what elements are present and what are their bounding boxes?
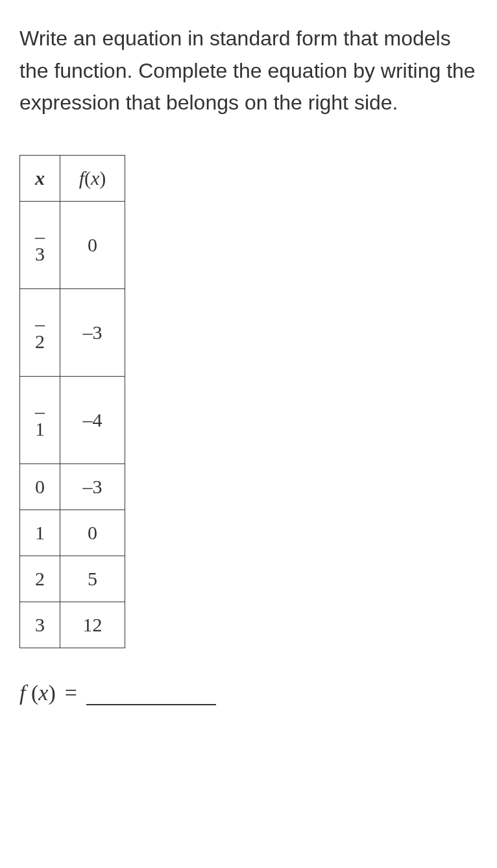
header-fx-open: ( [84,167,91,189]
table-row: – 3 0 [20,201,125,288]
cell-x: – 3 [20,201,60,288]
header-fx-close: ) [99,167,106,189]
cell-x: 3 [20,602,60,648]
equation-close-paren: ) [48,681,55,705]
table-row: 1 0 [20,510,125,556]
cell-x: 2 [20,556,60,602]
number: 1 [35,418,45,440]
cell-fx: –3 [60,288,125,376]
problem-prompt: Write an equation in standard form that … [19,23,478,119]
number: 2 [35,331,45,352]
cell-fx: –3 [60,463,125,510]
table-row: – 1 –4 [20,376,125,463]
equals-sign: = [65,681,77,705]
cell-x: – 1 [20,376,60,463]
number: 3 [35,243,45,264]
table-header-row: x f(x) [20,155,125,201]
answer-blank[interactable] [86,687,216,705]
cell-x: 0 [20,463,60,510]
table-row: 0 –3 [20,463,125,510]
table-row: 3 12 [20,602,125,648]
neg-stack: – 3 [34,226,45,264]
neg-stack: – 1 [34,401,45,440]
equation-x: x [38,681,48,705]
header-fx-f: f [79,167,84,189]
cell-fx: 12 [60,602,125,648]
neg-stack: – 2 [34,313,45,352]
table-row: 2 5 [20,556,125,602]
equation-row: f (x) = [19,681,478,705]
header-fx: f(x) [60,155,125,201]
cell-x: – 2 [20,288,60,376]
header-fx-x: x [91,167,99,189]
cell-fx: –4 [60,376,125,463]
cell-fx: 5 [60,556,125,602]
function-table: x f(x) – 3 0 – 2 –3 [19,155,125,648]
cell-fx: 0 [60,201,125,288]
equation-label: f (x) [19,681,56,705]
cell-fx: 0 [60,510,125,556]
equation-open-paren: ( [25,681,38,705]
table-row: – 2 –3 [20,288,125,376]
cell-x: 1 [20,510,60,556]
header-x: x [20,155,60,201]
